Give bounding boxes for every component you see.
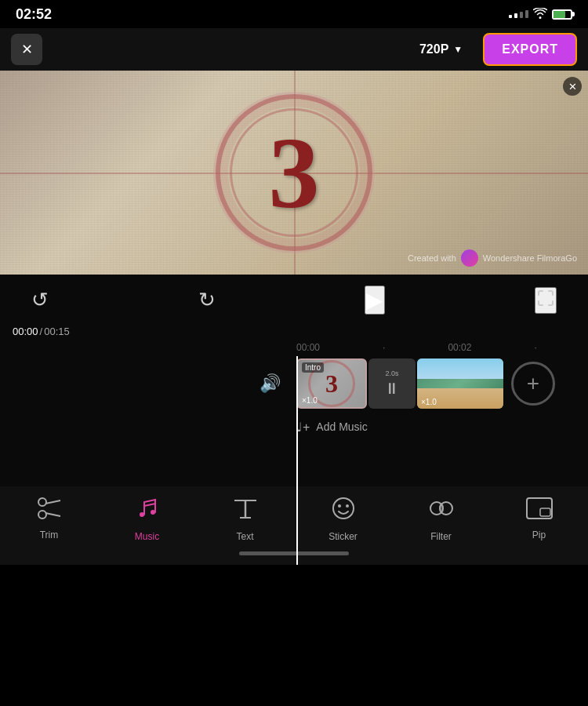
clip-transition[interactable]: 2.0s ⏸ — [368, 358, 416, 409]
track-clips: Intro 3 ×1.0 2.0s ⏸ ×1.0 — [296, 356, 555, 411]
clip-label: Intro — [302, 362, 324, 373]
text-label: Text — [236, 531, 253, 542]
watermark-close-button[interactable]: ✕ — [563, 77, 582, 96]
transition-label: 2.0s — [385, 369, 398, 377]
pause-icon: ⏸ — [384, 380, 400, 398]
total-time: 00:15 — [44, 326, 70, 337]
video-track: 🔊 Intro 3 ×1.0 2.0s ⏸ — [0, 356, 588, 411]
chevron-down-icon: ▼ — [453, 44, 463, 55]
music-note-icon: ♩+ — [296, 420, 310, 435]
trim-icon — [37, 497, 62, 525]
toolbar-item-filter[interactable]: Filter — [410, 496, 473, 542]
clip-intro[interactable]: Intro 3 ×1.0 — [296, 358, 367, 409]
clip-countdown-number: 3 — [325, 369, 338, 398]
pip-label: Pip — [532, 530, 546, 540]
svg-point-9 — [333, 498, 354, 519]
quality-label: 720P — [419, 42, 448, 56]
clip-video-speed: ×1.0 — [421, 398, 437, 406]
bottom-toolbar: Trim Music — [0, 486, 588, 565]
status-icons — [509, 8, 572, 21]
watermark: Created with Wondershare FilmoraGo — [408, 249, 577, 267]
text-icon — [234, 496, 257, 526]
redo-button[interactable]: ↻ — [198, 288, 216, 312]
toolbar-item-trim[interactable]: Trim — [18, 497, 81, 540]
track-label: 🔊 — [0, 373, 296, 394]
svg-point-1 — [38, 498, 46, 506]
toolbar-item-sticker[interactable]: Sticker — [312, 496, 375, 542]
add-music-button[interactable]: ♩+ Add Music — [296, 420, 368, 435]
home-indicator — [239, 551, 349, 555]
filter-icon — [429, 496, 454, 526]
watermark-logo — [461, 249, 478, 267]
playhead — [296, 356, 298, 565]
add-music-label: Add Music — [316, 420, 367, 433]
toolbar-items: Trim Music — [0, 486, 588, 548]
filter-label: Filter — [430, 531, 452, 542]
undo-button[interactable]: ↺ — [31, 288, 49, 312]
current-time: 00:00 — [13, 326, 38, 337]
status-bar: 02:52 — [0, 0, 588, 28]
ruler-mark-0: 00:00 — [296, 342, 320, 353]
time-separator: / — [40, 326, 43, 337]
clip-speed: ×1.0 — [302, 396, 318, 405]
svg-point-10 — [338, 504, 341, 508]
music-icon — [135, 496, 160, 526]
top-bar: ✕ 720P ▼ EXPORT — [0, 28, 588, 71]
wifi-icon — [533, 8, 547, 21]
ruler-mark-3: · — [534, 342, 536, 353]
video-preview: 3 ✕ Created with Wondershare FilmoraGo — [0, 71, 588, 275]
timeline-ruler: 00:00 · 00:02 · 00:0 — [0, 342, 588, 353]
controls-row: ↺ ↻ ▶ — [0, 275, 588, 326]
trim-label: Trim — [40, 530, 59, 540]
quality-selector[interactable]: 720P ▼ — [410, 38, 472, 61]
play-button[interactable]: ▶ — [365, 286, 385, 315]
svg-line-2 — [45, 500, 60, 504]
sticker-label: Sticker — [328, 531, 358, 542]
svg-point-0 — [38, 511, 46, 519]
time-display: 00:00 / 00:15 — [0, 326, 588, 337]
music-track: ♩+ Add Music — [0, 411, 588, 442]
svg-point-11 — [346, 504, 349, 508]
svg-line-3 — [45, 513, 60, 516]
battery-icon — [552, 9, 572, 20]
status-time: 02:52 — [16, 6, 52, 23]
countdown-number: 3 — [269, 122, 320, 224]
toolbar-item-music[interactable]: Music — [116, 496, 179, 542]
ruler-mark-1: · — [383, 342, 385, 353]
export-button[interactable]: EXPORT — [483, 33, 577, 66]
timeline-area: ↺ ↻ ▶ 00:00 / 00:15 00:00 · 00:02 · 00:0… — [0, 275, 588, 565]
svg-point-5 — [151, 510, 155, 515]
countdown-circle: 3 — [216, 94, 372, 251]
watermark-text: Created with — [408, 253, 456, 263]
pip-icon — [526, 497, 553, 525]
signal-icon — [509, 10, 528, 18]
ruler-mark-2: 00:02 — [448, 342, 471, 353]
toolbar-item-text[interactable]: Text — [214, 496, 277, 542]
toolbar-item-pip[interactable]: Pip — [508, 497, 571, 540]
svg-point-4 — [140, 512, 144, 517]
add-clip-button[interactable]: + — [511, 362, 555, 406]
watermark-brand: Wondershare FilmoraGo — [483, 253, 577, 263]
music-label: Music — [135, 531, 159, 542]
svg-rect-15 — [540, 508, 550, 516]
sticker-icon — [331, 496, 356, 526]
fullscreen-button[interactable] — [535, 287, 557, 314]
close-button[interactable]: ✕ — [11, 34, 42, 65]
clip-video[interactable]: ×1.0 — [417, 358, 503, 409]
volume-icon: 🔊 — [260, 373, 281, 394]
